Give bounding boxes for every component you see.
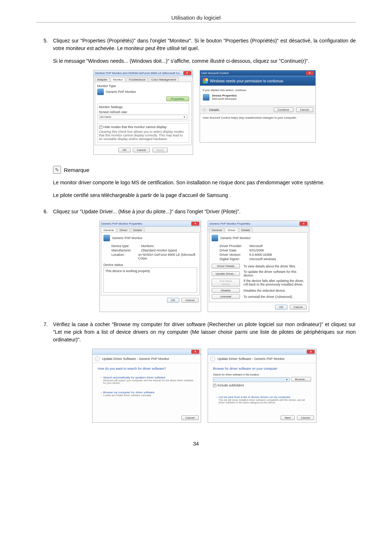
- dialog-title: Generic PnP Monitor Properties: [209, 222, 250, 225]
- device-status-label: Device status: [103, 263, 197, 267]
- tab-troubleshoot[interactable]: Troubleshoot: [126, 77, 148, 82]
- uac-heading-bar: Windows needs your permission to contion…: [200, 76, 315, 86]
- tab-adapter[interactable]: Adapter: [95, 77, 110, 82]
- step-5-para-1: Cliquez sur "Properties (Propriétés)" da…: [53, 37, 356, 52]
- tab-color-management[interactable]: Color Management: [149, 77, 179, 82]
- option-let-me-pick[interactable]: → Let me pick from a list of device driv…: [213, 394, 311, 406]
- driver-provider-key: Driver Provider:: [220, 244, 246, 248]
- close-icon[interactable]: ✕: [307, 350, 315, 354]
- note-para-1: Le monitor driver comporte le logo MS de…: [53, 179, 356, 186]
- step-6-para: Cliquez sur "Update Driver... (Mise à jo…: [53, 208, 356, 216]
- wizard-heading: Browse for driver software on your compu…: [213, 367, 311, 370]
- apply-button[interactable]: Apply: [152, 148, 168, 152]
- uac-footer-text: User Account Control helps stop unauthor…: [200, 114, 315, 122]
- driver-details-button[interactable]: Driver Details: [212, 264, 240, 268]
- cancel-button[interactable]: Cancel: [297, 415, 314, 420]
- step-number: 5.: [36, 37, 53, 65]
- option-pick-desc: This list will show installed driver sof…: [215, 399, 309, 404]
- titlebar: Generic PnP Monitor and NVIDIA GeForce 6…: [94, 70, 193, 76]
- tab-general[interactable]: General: [209, 228, 224, 232]
- properties-button[interactable]: Properties: [166, 97, 189, 101]
- manufacturer-key: Manufacturer:: [111, 249, 138, 252]
- tab-details[interactable]: Details: [131, 228, 144, 232]
- ok-button[interactable]: OK: [167, 298, 179, 303]
- close-icon[interactable]: ✕: [191, 222, 199, 226]
- update-driver-desc: To update the driver software for this d…: [244, 270, 305, 277]
- device-type-value: Monitors: [141, 244, 154, 248]
- chevron-down-icon[interactable]: ▾: [202, 108, 207, 112]
- step-6: 6. Cliquez sur "Update Driver... (Mise à…: [36, 208, 356, 216]
- browse-button[interactable]: Browse...: [291, 377, 311, 382]
- option-browse-title: Browse my computer for driver software: [103, 391, 154, 394]
- uac-heading: Windows needs your permission to contion…: [210, 79, 284, 83]
- manufacturer-value: (Standard monitor types): [141, 249, 177, 252]
- monitor-icon: [103, 235, 110, 241]
- option-browse-desc: Locate and install driver software manua…: [99, 394, 194, 397]
- cancel-button[interactable]: Cancel: [133, 148, 150, 152]
- cancel-button[interactable]: Cancel: [290, 305, 307, 309]
- cancel-button[interactable]: Cancel: [181, 415, 199, 420]
- app-icon: [203, 94, 209, 100]
- option-search-auto-title: Search automatically for updated driver …: [103, 376, 166, 379]
- refresh-rate-select[interactable]: 60 Hertz ▼: [99, 115, 187, 119]
- step-number: 6.: [36, 208, 53, 216]
- driver-provider-value: Microsoft: [249, 244, 263, 248]
- wizard-title: Update Driver Software - Generic PnP Mon…: [217, 357, 285, 361]
- update-driver-button[interactable]: Update Driver...: [212, 271, 240, 276]
- digital-signer-key: Digital Signer:: [220, 257, 246, 261]
- ok-button[interactable]: OK: [118, 148, 131, 152]
- tab-general[interactable]: General: [101, 228, 116, 232]
- search-location-combo[interactable]: ▼: [213, 377, 290, 382]
- option-search-auto[interactable]: → Search automatically for updated drive…: [98, 374, 196, 386]
- monitor-icon: [97, 89, 104, 95]
- note-para-2: Le pilote certifié sera téléchargeable à…: [53, 192, 356, 199]
- wizard-title: Update Driver Software - Generic PnP Mon…: [102, 357, 169, 361]
- dialog-update-driver-browse: ✕ ← Update Driver Software - Generic PnP…: [208, 349, 317, 423]
- dialog-update-driver-search: ✕ ← Update Driver Software - Generic PnP…: [92, 349, 201, 423]
- tab-driver[interactable]: Driver: [225, 228, 238, 232]
- titlebar: ✕: [93, 349, 201, 355]
- device-status-box: This device is working properly.: [103, 267, 197, 293]
- driver-date-value: 6/21/2006: [249, 249, 264, 252]
- step-5: 5. Cliquez sur "Properties (Propriétés)"…: [36, 37, 356, 65]
- tab-monitor[interactable]: Monitor: [111, 77, 126, 82]
- note-icon: ✎: [53, 166, 61, 174]
- driver-version-key: Driver Version:: [220, 253, 246, 257]
- dialog-properties-driver: Generic PnP Monitor Properties ✕ General…: [208, 221, 309, 312]
- hide-modes-checkbox[interactable]: [99, 126, 102, 129]
- titlebar: ✕: [208, 349, 316, 355]
- header-rule: [36, 22, 356, 22]
- note-label: Remarque: [64, 167, 89, 173]
- device-status-text: This device is working properly.: [105, 269, 151, 273]
- include-subfolders-checkbox[interactable]: [213, 384, 216, 387]
- tab-driver[interactable]: Driver: [117, 228, 130, 232]
- uninstall-button[interactable]: Uninstall: [212, 294, 240, 299]
- shield-icon: [203, 78, 208, 83]
- titlebar: Generic PnP Monitor Properties ✕: [100, 221, 201, 227]
- digital-signer-value: microsoft windows: [249, 257, 276, 261]
- option-browse-computer[interactable]: → Browse my computer for driver software…: [98, 389, 196, 398]
- tab-details[interactable]: Details: [239, 228, 253, 232]
- driver-details-desc: To view details about the driver files.: [244, 264, 305, 268]
- chevron-down-icon: ▼: [183, 116, 186, 118]
- step-number: 7.: [36, 321, 53, 344]
- cancel-button[interactable]: Cancel: [181, 298, 199, 303]
- close-icon[interactable]: ✕: [299, 222, 307, 226]
- details-toggle[interactable]: Details: [208, 108, 272, 112]
- close-icon[interactable]: ✕: [306, 71, 314, 75]
- cancel-button[interactable]: Cancel: [296, 107, 313, 112]
- ok-button[interactable]: OK: [275, 305, 287, 309]
- monitor-settings-label: Monitor Settings: [99, 105, 187, 109]
- chevron-down-icon: ▼: [286, 378, 288, 381]
- disable-button[interactable]: Disable: [212, 288, 240, 293]
- back-icon[interactable]: ←: [95, 356, 100, 361]
- dialog-properties-general: Generic PnP Monitor Properties ✕ General…: [99, 221, 201, 312]
- continue-button[interactable]: Continue: [274, 107, 293, 112]
- close-icon[interactable]: ✕: [183, 71, 191, 75]
- monitor-icon: [212, 235, 218, 241]
- close-icon[interactable]: ✕: [191, 350, 199, 354]
- back-icon[interactable]: ←: [210, 356, 215, 361]
- next-button[interactable]: Next: [281, 415, 294, 420]
- location-value: on NVIDIA GeForce 6600 LE (Microsoft Cor…: [138, 253, 197, 260]
- search-location-label: Search for driver software in this locat…: [213, 373, 311, 376]
